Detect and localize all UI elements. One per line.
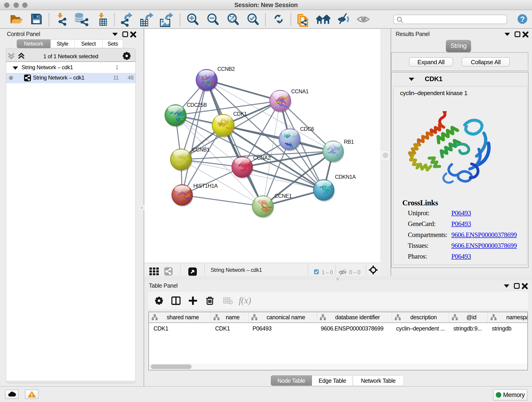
svg-text:CCNB1: CCNB1 <box>192 147 209 153</box>
svg-text:CCNA1: CCNA1 <box>291 89 308 95</box>
svg-text:CDKN1A: CDKN1A <box>335 174 356 180</box>
svg-text:RB1: RB1 <box>344 139 354 145</box>
svg-text:CDK1: CDK1 <box>233 111 247 117</box>
svg-text:CCNA2: CCNA2 <box>253 155 270 161</box>
svg-text:HIST1H1A: HIST1H1A <box>193 183 218 189</box>
svg-text:CCNE1: CCNE1 <box>274 193 292 199</box>
svg-text:CCNB2: CCNB2 <box>217 66 234 72</box>
svg-text:CDC25B: CDC25B <box>187 102 207 108</box>
svg-text:CDC6: CDC6 <box>300 126 314 132</box>
